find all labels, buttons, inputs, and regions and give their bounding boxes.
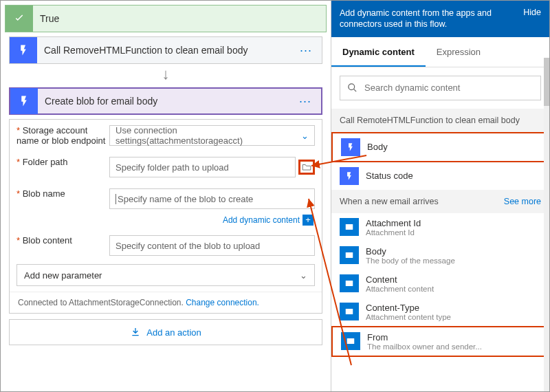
dc-item-attachment-id[interactable]: Attachment IdAttachment Id <box>331 213 549 241</box>
dc-item-email-body[interactable]: BodyThe body of the message <box>331 241 549 270</box>
step-create-title: Create blob for email body <box>38 96 289 107</box>
svg-rect-2 <box>346 252 353 258</box>
tab-expression[interactable]: Expression <box>426 37 492 67</box>
content-input[interactable]: Specify content of the blob to upload <box>109 235 315 256</box>
search-icon <box>347 83 358 93</box>
change-connection-link[interactable]: Change connection. <box>186 298 259 307</box>
folder-label: Folder path <box>16 157 109 167</box>
outlook-icon <box>340 274 359 292</box>
content-placeholder: Specify content of the blob to upload <box>116 241 260 251</box>
step-create-blob[interactable]: Create blob for email body ··· <box>9 87 322 115</box>
dc-item-status-code[interactable]: Status code <box>331 162 549 190</box>
svg-point-0 <box>349 84 355 90</box>
section-header-remote-fn: Call RemoteHTMLFunction to clean email b… <box>331 109 549 132</box>
dynamic-content-panel: Add dynamic content from the apps and co… <box>331 1 549 391</box>
storage-select[interactable]: Use connection settings(attachmentstorag… <box>109 125 315 146</box>
outlook-icon <box>340 303 359 320</box>
outlook-icon <box>341 332 360 350</box>
svg-rect-3 <box>346 281 353 286</box>
add-dynamic-content-link[interactable]: Add dynamic content+ <box>10 215 322 230</box>
add-action-label: Add an action <box>146 327 201 338</box>
dc-item-content[interactable]: ContentAttachment content <box>331 270 549 298</box>
search-input[interactable] <box>364 83 534 93</box>
panel-header: Add dynamic content from the apps and co… <box>331 1 549 37</box>
outlook-icon <box>340 218 359 236</box>
section-header-new-email: When a new email arrives See more <box>331 190 549 213</box>
hide-panel-button[interactable]: Hide <box>523 8 541 30</box>
tab-dynamic-content[interactable]: Dynamic content <box>331 37 426 67</box>
step-more-icon[interactable]: ··· <box>290 43 322 58</box>
see-more-link[interactable]: See more <box>504 197 541 206</box>
add-action-button[interactable]: Add an action <box>9 319 322 345</box>
dc-item-label: Attachment Id <box>366 218 421 228</box>
dc-item-from[interactable]: FromThe mailbox owner and sender... <box>331 326 549 357</box>
chevron-down-icon: ⌄ <box>300 270 307 281</box>
outlook-icon <box>340 246 359 264</box>
connection-info: Connected to AttachmentStorageConnection… <box>10 292 322 313</box>
add-parameter-label: Add new parameter <box>24 270 102 281</box>
create-blob-form: Storage account name or blob endpoint Us… <box>9 119 322 314</box>
add-parameter-select[interactable]: Add new parameter ⌄ <box>16 264 315 286</box>
dc-item-label: Status code <box>366 171 413 181</box>
folder-picker-icon[interactable] <box>298 160 315 175</box>
lightning-icon <box>341 138 360 156</box>
content-label: Blob content <box>16 235 109 246</box>
panel-scrollbar[interactable] <box>544 58 549 391</box>
blobname-label: Blob name <box>16 188 109 199</box>
dc-item-label: Content <box>366 274 434 285</box>
panel-tabs: Dynamic content Expression <box>331 37 549 67</box>
svg-rect-4 <box>346 309 353 314</box>
lightning-icon <box>340 167 359 185</box>
lightning-icon <box>10 37 37 63</box>
step-more-icon[interactable]: ··· <box>289 94 321 109</box>
step-call-removehtml[interactable]: Call RemoveHTMLFunction to clean email b… <box>9 36 322 64</box>
lightning-icon <box>10 88 38 114</box>
add-step-icon <box>130 327 141 338</box>
condition-true-header[interactable]: True <box>5 5 327 32</box>
condition-label: True <box>33 13 59 24</box>
search-dynamic-content[interactable] <box>340 76 541 100</box>
dc-item-label: Content-Type <box>366 303 451 313</box>
flow-arrow-down-icon: ↓ <box>1 65 331 83</box>
dc-item-label: Body <box>366 246 455 257</box>
folder-input[interactable]: Specify folder path to upload <box>109 157 296 177</box>
dc-item-label: From <box>367 332 482 342</box>
folder-placeholder: Specify folder path to upload <box>116 162 229 173</box>
dc-item-content-type[interactable]: Content-TypeAttachment content type <box>331 298 549 326</box>
storage-label: Storage account name or blob endpoint <box>16 125 109 146</box>
step-call-title: Call RemoveHTMLFunction to clean email b… <box>37 45 290 56</box>
svg-rect-5 <box>347 338 355 344</box>
blobname-placeholder: Specify name of the blob to create <box>116 194 253 204</box>
storage-value: Use connection settings(attachmentstorag… <box>116 125 301 146</box>
dc-item-label: Body <box>367 142 388 152</box>
check-icon <box>6 6 33 32</box>
plus-icon: + <box>302 215 314 226</box>
blobname-input[interactable]: Specify name of the blob to create <box>109 188 315 209</box>
dc-item-body[interactable]: Body <box>331 132 549 162</box>
svg-rect-1 <box>346 224 353 230</box>
chevron-down-icon: ⌄ <box>301 131 309 141</box>
